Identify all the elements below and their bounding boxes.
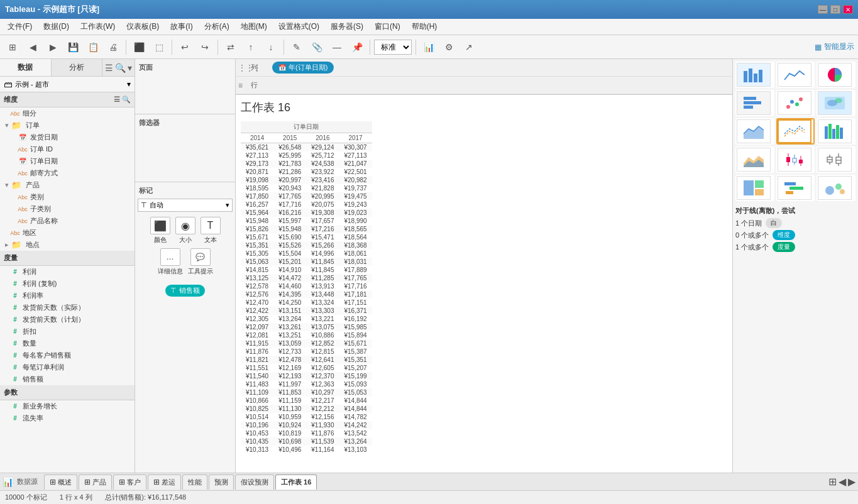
field-profit[interactable]: # 利润 [0,266,135,278]
datasource-tab-icon[interactable]: 📊 [3,477,13,487]
toolbar-forward-button[interactable]: ▶ [44,38,62,56]
toolbar-data-source-button[interactable]: ⬛ [130,38,148,56]
chart-area2[interactable] [735,146,774,173]
field-profit-rate[interactable]: # 利润率 [0,290,135,302]
menu-window[interactable]: 窗口(N) [370,20,405,33]
field-ship-days-planned[interactable]: # 发货前天数（计划） [0,314,135,326]
field-profit-per-order[interactable]: # 每笔订单利润 [0,361,135,373]
tab-overview[interactable]: ⊞ 概述 [44,474,77,490]
fit-dropdown[interactable]: 标准 [374,40,412,55]
toolbar-highlight-button[interactable]: ✎ [288,38,305,56]
chart-line[interactable] [776,62,815,88]
tab-product[interactable]: ⊞ 产品 [79,474,112,490]
toolbar-pin-button[interactable]: 📌 [348,38,366,56]
chart-gantt[interactable] [776,175,815,201]
toolbar-present-button[interactable]: ↗ [460,38,478,56]
tab-analysis[interactable]: 分析 [52,59,103,76]
field-segmentation[interactable]: Abc 细分 [0,107,135,119]
list-view-icon[interactable]: ☰ [105,63,113,73]
group-order[interactable]: ▾ 📁 订单 [0,119,135,131]
tab-data[interactable]: 数据 [0,59,52,76]
maximize-button[interactable]: □ [830,5,840,14]
menu-dashboard[interactable]: 仪表板(B) [121,20,164,33]
toolbar-connection-button[interactable]: ⬚ [150,38,168,56]
chart-dual-line[interactable] [776,118,815,145]
tab-scroll-right-icon[interactable]: ▶ [848,476,855,488]
menu-map[interactable]: 地图(M) [236,20,272,33]
field-new-business[interactable]: # 新业务增长 [0,400,135,412]
menu-analysis[interactable]: 分析(A) [199,20,234,33]
field-discount[interactable]: # 折扣 [0,326,135,337]
tab-performance[interactable]: 性能 [182,474,207,490]
menu-file[interactable]: 文件(F) [3,20,37,33]
dimensions-list-icon[interactable]: ☰ [114,96,120,104]
field-subcategory[interactable]: Abc 子类别 [0,203,135,215]
marks-color-button[interactable]: ⬛ 颜色 [150,217,170,244]
search-icon[interactable]: 🔍 [115,63,126,73]
minimize-button[interactable]: — [818,5,828,14]
tab-customer[interactable]: ⊞ 客户 [113,474,146,490]
toolbar-annotation-button[interactable]: 📎 [308,38,326,56]
measures-header[interactable]: 度量 [0,251,135,266]
menu-worksheet[interactable]: 工作表(W) [75,20,120,33]
dimensions-search-icon[interactable]: 🔍 [122,96,131,104]
chart-hbar[interactable] [735,90,774,116]
field-ship-mode[interactable]: Abc 邮寄方式 [0,167,135,179]
toolbar-share-button[interactable]: ⚙ [440,38,458,56]
chart-bubble[interactable] [817,175,855,201]
field-sales[interactable]: # 销售额 [0,373,135,385]
marks-detail-button[interactable]: … 详细信息 [158,248,183,276]
menu-story[interactable]: 故事(I) [165,20,197,33]
chart-scatter[interactable] [776,90,815,116]
close-button[interactable]: ✕ [843,5,853,14]
marks-text-button[interactable]: T 文本 [201,217,221,244]
menu-server[interactable]: 服务器(S) [326,20,368,33]
chart-treemap[interactable] [735,175,774,201]
group-location[interactable]: ▸ 📁 地点 [0,239,135,251]
smart-show-button[interactable]: ▦ 智能显示 [815,41,854,52]
more-icon[interactable]: ▾ [128,63,132,73]
chart-bar2[interactable] [817,118,855,145]
cols-pill[interactable]: 📅 年(订单日期) [272,62,334,74]
window-controls[interactable]: — □ ✕ [818,5,853,14]
toolbar-swap-button[interactable]: ⇄ [222,38,239,56]
field-ship-date[interactable]: 📅 发货日期 [0,131,135,143]
data-source-selector[interactable]: 🗃 示例 - 超市 ▾ [0,77,135,92]
tab-forecast[interactable]: 预测 [209,474,234,490]
toolbar-ref-line-button[interactable]: — [328,38,346,56]
field-product-name[interactable]: Abc 产品名称 [0,215,135,227]
menu-data[interactable]: 数据(D) [38,20,74,33]
field-order-date[interactable]: 📅 订单日期 [0,155,135,167]
toolbar-sort-asc-button[interactable]: ↑ [242,38,260,56]
tab-worksheet16[interactable]: 工作表 16 [275,474,317,490]
field-profit-copy[interactable]: # 利润 (复制) [0,278,135,290]
toolbar-back-button[interactable]: ◀ [24,38,41,56]
toolbar-undo-button[interactable]: ↩ [176,38,194,56]
field-churn-rate[interactable]: # 流失率 [0,412,135,424]
field-order-id[interactable]: Abc 订单 ID [0,143,135,155]
parameters-header[interactable]: 参数 [0,385,135,400]
field-sales-per-customer[interactable]: # 每名客户销售额 [0,349,135,361]
datasource-dropdown-icon[interactable]: ▾ [127,80,131,89]
datasource-tab-label[interactable]: 数据源 [17,477,38,486]
field-ship-days-actual[interactable]: # 发货前天数（实际） [0,302,135,314]
tab-shipping[interactable]: ⊞ 差运 [148,474,181,490]
field-quantity[interactable]: # 数量 [0,337,135,349]
tab-scroll-left-icon[interactable]: ◀ [839,476,846,488]
chart-box[interactable] [817,146,855,173]
toolbar-export-button[interactable]: 📋 [84,38,102,56]
menu-format[interactable]: 设置格式(O) [273,20,324,33]
toolbar-chart-button[interactable]: 📊 [420,38,437,56]
tab-new-icon[interactable]: ⊞ [828,476,837,488]
marks-size-button[interactable]: ◉ 大小 [175,217,195,244]
dimensions-header[interactable]: 维度 ☰ 🔍 [0,92,135,107]
chart-bar[interactable] [735,62,774,88]
toolbar-sort-desc-button[interactable]: ↓ [262,38,280,56]
tab-what-if[interactable]: 假设预测 [235,474,274,490]
group-product[interactable]: ▾ 📁 产品 [0,179,135,191]
marks-tooltip-button[interactable]: 💬 工具提示 [188,248,213,276]
toolbar-redo-button[interactable]: ↪ [196,38,214,56]
chart-pie[interactable] [817,62,855,88]
marks-type-dropdown[interactable]: ⊤ 自动 ▾ [138,199,233,212]
chart-area[interactable] [735,118,774,145]
